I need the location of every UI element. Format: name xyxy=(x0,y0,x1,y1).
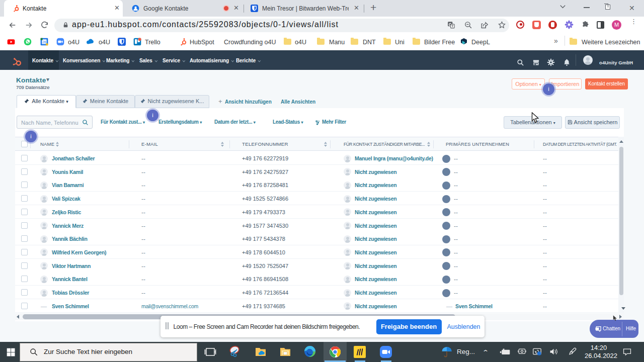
svg-text:26: 26 xyxy=(42,40,46,44)
